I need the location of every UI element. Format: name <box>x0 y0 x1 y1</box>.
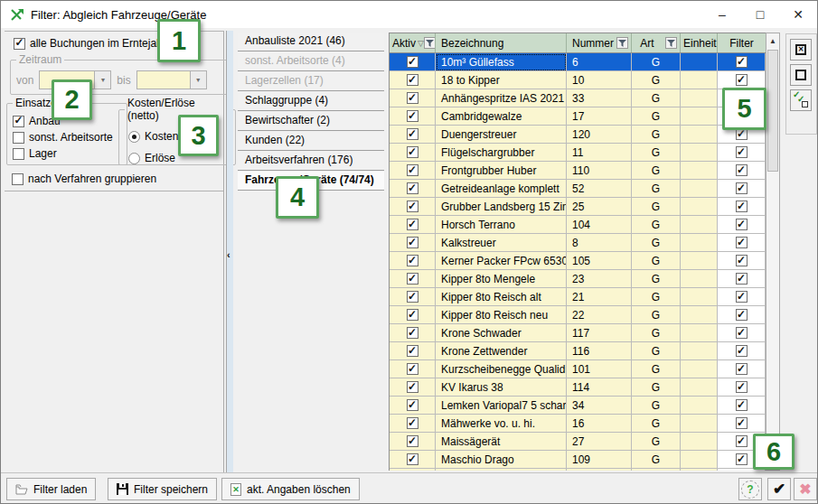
checkbox-icon[interactable] <box>13 148 24 160</box>
table-row[interactable]: Frontgrubber Huber110G <box>390 162 766 180</box>
row-checkbox[interactable] <box>407 110 418 122</box>
table-row[interactable]: 10m³ Güllefass6G <box>390 53 766 71</box>
row-checkbox[interactable] <box>736 255 747 266</box>
row-checkbox[interactable] <box>407 128 418 140</box>
collapse-left-icon[interactable]: ‹ <box>227 250 230 259</box>
maximize-button[interactable]: □ <box>741 1 779 28</box>
bis-date-combobox[interactable]: ▼ <box>136 70 207 89</box>
table-row[interactable]: Mähwerke vo. u. hi.16G <box>390 415 766 433</box>
chevron-down-icon[interactable]: ▼ <box>190 71 206 89</box>
checkbox-icon[interactable] <box>13 132 24 144</box>
lager-checkbox[interactable]: Lager <box>13 147 121 160</box>
category-item[interactable]: sonst. Arbeitsorte (4) <box>238 52 384 71</box>
row-checkbox[interactable] <box>407 182 418 194</box>
check-all-button[interactable]: ✕ <box>790 39 812 61</box>
row-checkbox[interactable] <box>736 381 747 393</box>
checkbox-icon[interactable] <box>12 173 24 185</box>
row-checkbox[interactable] <box>407 74 418 86</box>
table-row[interactable]: KV Ikarus 38114G <box>390 378 766 397</box>
row-checkbox[interactable] <box>407 435 418 447</box>
filter-funnel-icon[interactable] <box>665 37 677 49</box>
clear-current-entries-button[interactable]: ✕ akt. Angaben löschen <box>221 478 360 500</box>
table-row[interactable]: Flügelschargrubber11G <box>390 144 766 162</box>
row-checkbox[interactable] <box>407 219 418 230</box>
row-checkbox[interactable] <box>407 56 418 68</box>
checkbox-icon[interactable] <box>14 38 25 50</box>
row-checkbox[interactable] <box>407 453 418 465</box>
table-row[interactable]: Kurzscheibenegge Qualidisk101G <box>390 360 766 378</box>
table-row[interactable]: 18 to Kipper10G <box>390 71 766 89</box>
row-checkbox[interactable] <box>736 435 747 447</box>
invert-selection-button[interactable]: ✓✓ <box>790 89 812 111</box>
row-checkbox[interactable] <box>736 237 747 248</box>
category-item[interactable]: Schlaggruppe (4) <box>238 92 384 111</box>
row-checkbox[interactable] <box>407 92 418 104</box>
category-item[interactable]: Bewirtschafter (2) <box>238 112 384 131</box>
row-checkbox[interactable] <box>407 381 418 393</box>
filter-funnel-icon[interactable] <box>424 37 436 49</box>
row-checkbox[interactable] <box>736 182 747 194</box>
row-checkbox[interactable] <box>736 201 747 212</box>
row-checkbox[interactable] <box>736 363 747 375</box>
sonst-arbeitsorte-checkbox[interactable]: sonst. Arbeitsorte <box>13 131 121 144</box>
panel-splitter[interactable]: ‹ <box>226 31 233 472</box>
ok-button[interactable]: ✔ <box>767 478 791 500</box>
radio-icon[interactable] <box>128 153 140 164</box>
table-row[interactable]: Lemken Variopal7 5 schar34G <box>390 397 766 415</box>
row-checkbox[interactable] <box>736 309 747 321</box>
row-checkbox[interactable] <box>736 164 747 176</box>
row-checkbox[interactable] <box>407 255 418 266</box>
column-header-filter[interactable]: Filter <box>718 33 766 52</box>
table-row[interactable]: Getreideanlage komplett52G <box>390 180 766 198</box>
all-bookings-checkbox[interactable]: alle Buchungen im Erntejahr <box>14 37 166 50</box>
table-row[interactable]: Kalkstreuer8G <box>390 234 766 252</box>
column-header-nummer[interactable]: Nummer <box>567 33 632 52</box>
row-checkbox[interactable] <box>736 345 747 357</box>
column-header-bezeichnung[interactable]: Bezeichnung <box>436 33 567 52</box>
table-row[interactable]: Cambridgewalze17G <box>390 107 766 126</box>
close-button[interactable]: ✕ <box>779 1 817 28</box>
column-header-einheit[interactable]: Einheit <box>681 33 718 52</box>
table-row[interactable]: Grubber Landsberg 15 Zinken25G <box>390 198 766 216</box>
table-row[interactable]: Kipper 8to Reisch neu22G <box>390 306 766 324</box>
cancel-button[interactable]: ✖ <box>794 478 817 500</box>
row-checkbox[interactable] <box>736 146 747 158</box>
column-header-aktiv[interactable]: Aktiv ▽ <box>390 33 436 52</box>
row-checkbox[interactable] <box>407 345 418 357</box>
row-checkbox[interactable] <box>736 453 747 465</box>
table-row[interactable]: Horsch Terrano104G <box>390 216 766 234</box>
row-checkbox[interactable] <box>736 56 747 68</box>
table-vertical-scrollbar[interactable]: ▲ ▼ <box>766 33 780 471</box>
row-checkbox[interactable] <box>407 237 418 248</box>
scrollbar-thumb[interactable] <box>767 50 778 172</box>
row-checkbox[interactable] <box>407 273 418 285</box>
scroll-up-icon[interactable]: ▲ <box>766 33 779 48</box>
row-checkbox[interactable] <box>736 399 747 411</box>
row-checkbox[interactable] <box>407 146 418 158</box>
row-checkbox[interactable] <box>407 164 418 176</box>
table-row[interactable]: Mulchgerät26G <box>390 469 766 471</box>
table-row[interactable]: Krone Schwader117G <box>390 324 766 342</box>
row-checkbox[interactable] <box>736 219 747 230</box>
category-item[interactable]: Kunden (22) <box>238 132 384 151</box>
row-checkbox[interactable] <box>736 417 747 429</box>
table-row[interactable]: Kipper 8to Mengele23G <box>390 270 766 288</box>
row-checkbox[interactable] <box>407 399 418 411</box>
filter-funnel-icon[interactable] <box>616 37 628 49</box>
row-checkbox[interactable] <box>407 291 418 303</box>
column-header-art[interactable]: Art <box>632 33 681 52</box>
filter-load-button[interactable]: Filter laden <box>6 478 96 500</box>
table-row[interactable]: Kipper 8to Reisch alt21G <box>390 288 766 306</box>
table-row[interactable]: Kerner Packer FPcw 6530105G <box>390 252 766 270</box>
group-by-verfahren-checkbox[interactable]: nach Verfahren gruppieren <box>12 173 156 185</box>
row-checkbox[interactable] <box>407 417 418 429</box>
category-item[interactable]: Arbeitsverfahren (176) <box>238 152 384 171</box>
row-checkbox[interactable] <box>407 309 418 321</box>
help-button[interactable]: ? <box>738 478 762 500</box>
row-checkbox[interactable] <box>407 201 418 212</box>
radio-icon[interactable] <box>128 131 140 143</box>
category-item[interactable]: Lagerzellen (17) <box>238 72 384 91</box>
table-row[interactable]: Anhängespritze IAS 202133G <box>390 89 766 107</box>
minimize-button[interactable]: – <box>703 1 741 28</box>
category-item[interactable]: Anbauliste 2021 (46) <box>238 33 384 51</box>
